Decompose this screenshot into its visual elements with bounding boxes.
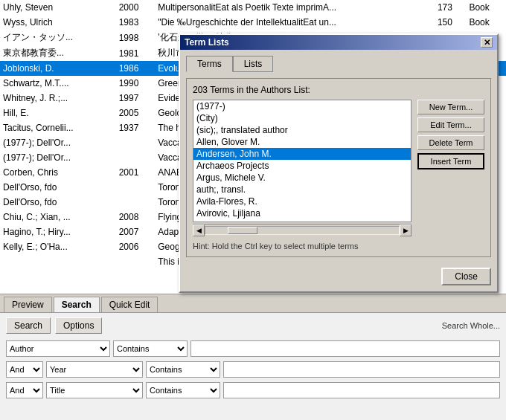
value-input-1[interactable]: Andersen, John M. [190, 340, 500, 357]
options-button[interactable]: Options [55, 317, 102, 334]
value-input-3[interactable] [223, 382, 500, 398]
terms-count-label: 203 Terms in the Authors List: [193, 85, 484, 95]
search-row-1: Author Contains Andersen, John M. [0, 338, 506, 359]
term-list-item[interactable]: Andersen, John M. [193, 148, 411, 160]
search-row-3: And Title Contains [0, 380, 506, 401]
contains-select-2[interactable]: Contains [146, 361, 220, 378]
horizontal-scrollbar[interactable]: ◀ ▶ [193, 224, 411, 236]
tab-quick-edit[interactable]: Quick Edit [101, 297, 158, 312]
hscroll-right-button[interactable]: ▶ [400, 224, 411, 236]
dialog-footer: Close [180, 263, 497, 291]
term-list-item[interactable]: Allen, Glover M. [193, 136, 411, 148]
table-row[interactable]: Uhly, Steven2000MultipersonalitEat als P… [0, 0, 506, 15]
dialog-tab-terms[interactable]: Terms [186, 56, 233, 72]
new-term-button[interactable]: New Term... [417, 100, 484, 114]
dialog-close-button[interactable]: ✕ [481, 37, 493, 48]
tab-preview[interactable]: Preview [4, 297, 52, 312]
term-list-item[interactable]: Avila-Flores, R. [193, 196, 411, 207]
close-button[interactable]: Close [441, 268, 491, 285]
search-row-2: And Year Contains [0, 359, 506, 380]
term-list-item[interactable]: Argus, Michele V. [193, 172, 411, 184]
delete-term-button[interactable]: Delete Term [417, 135, 484, 150]
term-list-item[interactable]: auth;, transl. [193, 184, 411, 196]
terms-area: (1977-)(City)(sic);, translated authorAl… [193, 100, 484, 236]
hscroll-thumb[interactable] [228, 227, 257, 234]
hscroll-left-button[interactable]: ◀ [193, 224, 205, 236]
terms-list-container: (1977-)(City)(sic);, translated authorAl… [193, 100, 411, 236]
hscroll-track[interactable] [205, 226, 400, 235]
dialog-body: Terms Lists 203 Terms in the Authors Lis… [180, 50, 497, 263]
and-select-3[interactable]: And [6, 382, 43, 398]
search-area: Preview Search Quick Edit Search Options… [0, 294, 506, 420]
term-list-item[interactable]: (City) [193, 112, 411, 124]
tab-search[interactable]: Search [54, 297, 100, 312]
term-list-item[interactable]: Archaeos Projects [193, 160, 411, 172]
insert-term-button[interactable]: Insert Term [417, 153, 484, 169]
field-select-3[interactable]: Title [46, 382, 143, 398]
term-list-item[interactable]: (1977-) [193, 100, 411, 112]
search-whole-label: Search Whole... [442, 321, 500, 330]
contains-select-3[interactable]: Contains [146, 382, 220, 398]
search-buttons: Search Options Search Whole... [0, 313, 506, 338]
terms-list[interactable]: (1977-)(City)(sic);, translated authorAl… [193, 100, 411, 222]
search-button[interactable]: Search [6, 317, 51, 334]
term-list-item[interactable]: (sic);, translated author [193, 124, 411, 136]
search-tabs: Preview Search Quick Edit [0, 294, 506, 313]
edit-term-button[interactable]: Edit Term... [417, 117, 484, 132]
dialog-titlebar: Term Lists ✕ [180, 35, 497, 50]
dialog-tabs: Terms Lists [186, 56, 491, 72]
contains-select-1[interactable]: Contains [113, 340, 188, 357]
field-select-1[interactable]: Author [6, 340, 110, 357]
and-select-2[interactable]: And [6, 361, 43, 378]
field-select-2[interactable]: Year [46, 361, 143, 378]
term-list-item[interactable]: Avirovic, Ljiljana [193, 207, 411, 219]
hint-text: Hint: Hold the Ctrl key to select multip… [193, 242, 484, 251]
dialog-tab-lists[interactable]: Lists [233, 56, 274, 72]
table-row[interactable]: Wyss, Ulrich1983"Die ‰Urgeschichte der I… [0, 15, 506, 30]
terms-action-buttons: New Term... Edit Term... Delete Term Ins… [417, 100, 484, 236]
dialog-content: 203 Terms in the Authors List: (1977-)(C… [186, 78, 491, 257]
value-input-2[interactable] [223, 361, 500, 378]
dialog-title: Term Lists [185, 37, 229, 48]
term-lists-dialog: Term Lists ✕ Terms Lists 203 Terms in th… [179, 33, 499, 293]
